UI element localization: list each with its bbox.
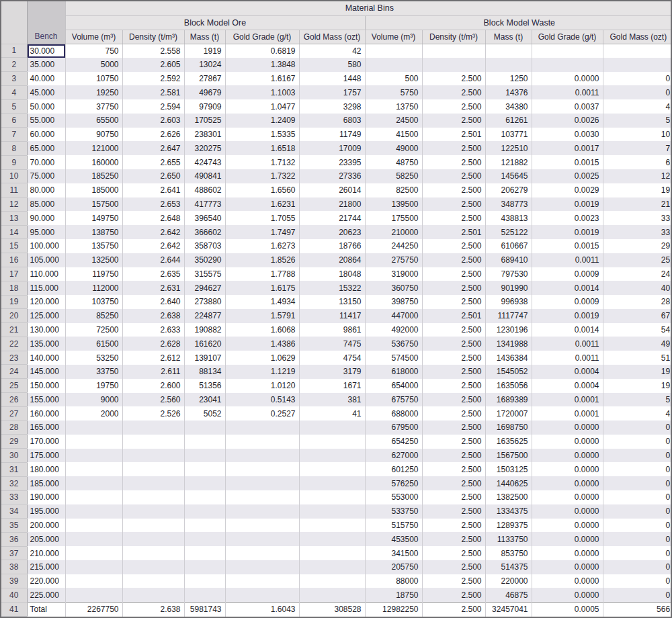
bench-cell[interactable]: 160.000: [27, 406, 65, 421]
ore-density-cell[interactable]: 2.644: [122, 253, 184, 267]
row-number[interactable]: 28: [1, 421, 27, 435]
row-number[interactable]: 22: [1, 337, 27, 351]
waste-mass-cell[interactable]: 103771: [485, 128, 532, 142]
waste-gold-mass-cell[interactable]: 21: [603, 197, 672, 212]
ore-density-cell[interactable]: [122, 546, 184, 560]
ore-volume-cell[interactable]: 19750: [65, 379, 122, 393]
waste-mass-cell[interactable]: 1289375: [485, 519, 532, 533]
ore-gold-mass-cell[interactable]: [299, 435, 365, 449]
waste-gold-grade-cell[interactable]: 0.0000: [532, 560, 603, 574]
bench-cell[interactable]: 105.000: [27, 253, 65, 267]
row-number[interactable]: 3: [1, 72, 27, 86]
waste-volume-cell[interactable]: 41500: [365, 128, 422, 142]
waste-gold-mass-cell[interactable]: 19: [603, 365, 672, 379]
bench-cell[interactable]: 115.000: [27, 281, 65, 295]
ore-gold-grade-cell[interactable]: 0.5143: [225, 393, 299, 407]
ore-mass-cell[interactable]: 424743: [184, 155, 225, 169]
ore-mass-cell[interactable]: 170525: [184, 114, 225, 128]
ore-mass-cell[interactable]: [184, 504, 225, 519]
row-number[interactable]: 1: [1, 44, 27, 58]
ore-mass-cell[interactable]: [184, 532, 225, 546]
row-number[interactable]: 18: [1, 281, 27, 295]
ore-gold-grade-cell[interactable]: 1.8526: [225, 253, 299, 267]
ore-density-cell[interactable]: 2.642: [122, 239, 184, 253]
ore-gold-mass-cell[interactable]: 9861: [299, 323, 365, 337]
waste-volume-cell[interactable]: 398750: [365, 295, 422, 309]
ore-gold-grade-cell[interactable]: [225, 476, 299, 490]
ore-gold-mass-cell[interactable]: 26014: [299, 183, 365, 197]
waste-density-cell[interactable]: 2.500: [422, 323, 485, 337]
waste-volume-cell[interactable]: 12982250: [365, 602, 422, 616]
waste-mass-cell[interactable]: 525122: [485, 225, 532, 239]
waste-gold-mass-cell[interactable]: 566: [603, 602, 672, 616]
waste-gold-mass-cell[interactable]: 19: [603, 379, 672, 393]
row-number[interactable]: 6: [1, 114, 27, 128]
ore-volume-cell[interactable]: [65, 490, 122, 504]
waste-mass-cell[interactable]: 1567500: [485, 449, 532, 463]
waste-density-cell[interactable]: 2.500: [422, 197, 485, 212]
waste-mass-cell[interactable]: 121882: [485, 155, 532, 169]
ore-density-cell[interactable]: 2.592: [122, 72, 184, 86]
waste-gold-mass-cell[interactable]: 29: [603, 239, 672, 253]
ore-density-cell[interactable]: 2.638: [122, 309, 184, 323]
waste-gold-mass-cell[interactable]: 25: [603, 253, 672, 267]
ore-density-cell[interactable]: [122, 588, 184, 602]
row-number[interactable]: 33: [1, 490, 27, 504]
ore-volume-cell[interactable]: 10750: [65, 72, 122, 86]
ore-mass-cell[interactable]: 490841: [184, 169, 225, 183]
ore-gold-mass-cell[interactable]: 17009: [299, 141, 365, 155]
ore-mass-cell[interactable]: [184, 449, 225, 463]
ore-density-cell[interactable]: 2.594: [122, 99, 184, 114]
waste-gold-grade-cell[interactable]: 0.0011: [532, 253, 603, 267]
ore-gold-mass-cell[interactable]: 6803: [299, 114, 365, 128]
ore-mass-cell[interactable]: 88134: [184, 365, 225, 379]
ore-density-cell[interactable]: [122, 574, 184, 588]
ore-volume-cell[interactable]: [65, 421, 122, 435]
waste-density-cell[interactable]: 2.500: [422, 560, 485, 574]
waste-volume-cell[interactable]: 679500: [365, 421, 422, 435]
ore-gold-grade-cell[interactable]: 1.6518: [225, 141, 299, 155]
ore-mass-cell[interactable]: 294627: [184, 281, 225, 295]
waste-density-cell[interactable]: 2.500: [422, 490, 485, 504]
ore-volume-cell[interactable]: 121000: [65, 141, 122, 155]
row-number[interactable]: 16: [1, 253, 27, 267]
ore-density-cell[interactable]: 2.655: [122, 155, 184, 169]
waste-gold-grade-cell[interactable]: 0.0014: [532, 281, 603, 295]
row-number[interactable]: 35: [1, 519, 27, 533]
waste-gold-mass-cell[interactable]: 0: [603, 421, 672, 435]
ore-gold-mass-cell[interactable]: 1671: [299, 379, 365, 393]
ore-gold-mass-cell[interactable]: 23395: [299, 155, 365, 169]
waste-gold-mass-cell[interactable]: 0: [603, 72, 672, 86]
ore-gold-mass-cell[interactable]: 13150: [299, 295, 365, 309]
waste-volume-cell[interactable]: [365, 44, 422, 58]
waste-volume-cell[interactable]: 576250: [365, 476, 422, 490]
ore-gold-mass-cell[interactable]: [299, 546, 365, 560]
ore-density-cell[interactable]: 2.611: [122, 365, 184, 379]
waste-density-cell[interactable]: 2.500: [422, 393, 485, 407]
ore-gold-grade-cell[interactable]: 1.2409: [225, 114, 299, 128]
row-number[interactable]: 32: [1, 476, 27, 490]
ore-volume-cell[interactable]: 112000: [65, 281, 122, 295]
waste-density-cell[interactable]: 2.500: [422, 504, 485, 519]
waste-density-cell[interactable]: 2.501: [422, 128, 485, 142]
ore-volume-cell[interactable]: 119750: [65, 267, 122, 281]
waste-density-cell[interactable]: 2.500: [422, 114, 485, 128]
ore-gold-mass-cell[interactable]: 20864: [299, 253, 365, 267]
waste-gold-grade-cell[interactable]: 0.0017: [532, 141, 603, 155]
ore-gold-grade-cell[interactable]: [225, 421, 299, 435]
waste-mass-cell[interactable]: 1440625: [485, 476, 532, 490]
ore-volume-cell[interactable]: [65, 532, 122, 546]
row-number[interactable]: 12: [1, 197, 27, 212]
waste-gold-grade-cell[interactable]: 0.0000: [532, 72, 603, 86]
ore-gold-mass-cell[interactable]: [299, 490, 365, 504]
waste-volume-cell[interactable]: 618000: [365, 365, 422, 379]
ore-gold-mass-cell[interactable]: 27336: [299, 169, 365, 183]
waste-gold-mass-cell[interactable]: 0: [603, 85, 672, 99]
waste-gold-grade-cell[interactable]: 0.0019: [532, 225, 603, 239]
waste-volume-cell[interactable]: 627000: [365, 449, 422, 463]
waste-volume-cell[interactable]: 500: [365, 72, 422, 86]
bench-cell[interactable]: 65.000: [27, 141, 65, 155]
ore-volume-cell[interactable]: 37750: [65, 99, 122, 114]
ore-mass-cell[interactable]: 320275: [184, 141, 225, 155]
bench-cell[interactable]: 55.000: [27, 114, 65, 128]
